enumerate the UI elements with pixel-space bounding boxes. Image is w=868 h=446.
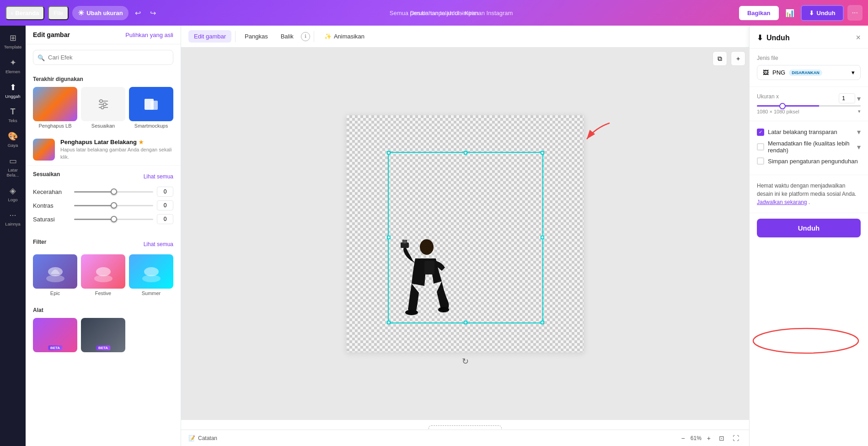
dp-transparent-dropdown[interactable]: ▾ (857, 128, 861, 136)
fullscreen-button[interactable]: ⛶ (730, 434, 742, 443)
handle-tm[interactable] (464, 151, 467, 155)
main-layout: ⊞ Template ✦ Elemen ⬆ Unggah T Teks 🎨 Ga… (0, 26, 868, 446)
dp-ukuran-label: Ukuran x (757, 93, 779, 100)
dp-save-checkbox[interactable] (757, 157, 764, 165)
topbar: ‹ Beranda File ☀ Ubah ukuran ↩ ↪ Semua p… (0, 0, 868, 26)
canvas-frame[interactable] (346, 115, 584, 353)
dp-header: ⬇ Unduh × (750, 26, 868, 48)
filter-festive[interactable]: Festive (81, 254, 125, 296)
pulihkan-button[interactable]: Pulihkan yang asli (125, 32, 173, 38)
sidebar-item-template[interactable]: ⊞ Template (1, 29, 24, 53)
dp-size-info-dropdown[interactable]: ▾ (858, 108, 861, 114)
dp-size-info: 1080 × 1080 piksel ▾ (757, 108, 861, 114)
sidebar-item-unggah[interactable]: ⬆ Unggah (1, 79, 24, 102)
file-label: File (54, 10, 63, 16)
saturasi-slider[interactable] (74, 219, 153, 220)
logo-icon: ◈ (10, 186, 16, 196)
alat-tool1[interactable]: BETA (33, 318, 77, 352)
handle-rm[interactable] (541, 236, 544, 239)
dp-close-button[interactable]: × (856, 33, 861, 43)
filter-summer[interactable]: Summer (129, 254, 173, 296)
latar-label: Latar Bela... (3, 167, 22, 177)
alat-tool2[interactable]: BETA (81, 318, 125, 352)
sesuaikan-lihat-semua[interactable]: Lihat semua (144, 173, 173, 180)
saturasi-value[interactable] (157, 214, 173, 224)
edit-gambar-button[interactable]: Edit gambar (188, 30, 231, 43)
filter-lihat-semua[interactable]: Lihat semua (144, 241, 173, 247)
canvas-icons: ⧉ + (713, 51, 745, 66)
dp-format-select[interactable]: 🖼 PNG DISARANKAN ▾ (757, 65, 861, 80)
svg-point-11 (96, 267, 111, 276)
analytics-button[interactable]: 📊 (782, 6, 797, 20)
search-wrap: 🔍 (33, 50, 173, 65)
gaya-icon: 🎨 (8, 131, 18, 141)
filter-epic-label: Epic (33, 290, 77, 296)
saturasi-row: Saturasi (33, 214, 173, 224)
sidebar-item-logo[interactable]: ◈ Logo (1, 182, 24, 206)
svg-point-22 (753, 328, 858, 353)
zoom-bar-right: − 61% + ⊡ ⛶ (679, 434, 742, 443)
dp-size-slider[interactable] (757, 105, 861, 107)
penghapus-card[interactable]: Penghapus Latar Belakang ★ Hapus latar b… (26, 134, 181, 166)
dp-size-input[interactable] (839, 93, 855, 103)
ubah-ukuran-button[interactable]: ☀ Ubah ukuran (72, 6, 128, 20)
alat-section: Alat BETA BETA (26, 301, 181, 358)
handle-br[interactable] (541, 321, 544, 324)
canvas-copy-button[interactable]: ⧉ (713, 51, 727, 66)
handle-lm[interactable] (387, 236, 391, 239)
sidebar-item-teks[interactable]: T Teks (1, 103, 24, 127)
balik-button[interactable]: Balik (275, 30, 299, 43)
search-input[interactable] (33, 50, 173, 65)
more-top-button[interactable]: ··· (847, 5, 863, 21)
beta-badge-2: BETA (96, 345, 110, 350)
pangkas-button[interactable]: Pangkas (239, 30, 273, 43)
kecerahan-slider[interactable] (74, 191, 153, 193)
sidebar-item-latar[interactable]: ▭ Latar Bela... (1, 152, 24, 181)
dp-transparent-checkbox[interactable]: ✓ (757, 129, 764, 136)
kecerahan-value[interactable] (157, 187, 173, 197)
home-button[interactable]: ‹ Beranda (5, 6, 44, 20)
handle-tl[interactable] (387, 151, 391, 155)
zoom-minus-button[interactable]: − (679, 434, 688, 443)
canvas-content[interactable]: ⧉ + (181, 48, 749, 419)
sidebar-item-gaya[interactable]: 🎨 Gaya (1, 128, 24, 151)
notes-icon: 📝 (188, 435, 195, 441)
sidebar-item-lainnya[interactable]: ··· Lainnya (1, 207, 24, 230)
sesuaikan-title: Sesuaikan (33, 171, 60, 177)
dp-compress-checkbox[interactable] (757, 143, 764, 150)
fit-button[interactable]: ⊡ (716, 434, 727, 443)
dp-compress-dropdown[interactable]: ▾ (857, 143, 861, 151)
dp-schedule-link[interactable]: Jadwalkan sekarang (757, 199, 807, 205)
sidebar-item-elemen[interactable]: ✦ Elemen (1, 54, 24, 78)
kontras-slider[interactable] (74, 205, 153, 206)
teks-label: Teks (8, 118, 17, 123)
effect-penghapus-lb[interactable]: Penghapus LB (33, 87, 77, 129)
rotate-handle[interactable]: ↻ (462, 356, 469, 366)
effect-sesuaikan[interactable]: Sesuaikan (81, 87, 125, 129)
top-toolbar: Edit gambar Pangkas Balik ℹ ✨ Animasikan (181, 26, 749, 48)
info-button[interactable]: ℹ (301, 32, 310, 41)
red-circle-annotation (751, 327, 861, 355)
bagikan-button[interactable]: Bagikan (739, 6, 779, 20)
handle-bl[interactable] (387, 321, 391, 324)
home-label: Beranda (15, 10, 39, 16)
kontras-value[interactable] (157, 200, 173, 210)
dp-title: ⬇ Unduh (757, 33, 790, 42)
effects-grid: Penghapus LB Sesuaikan (33, 87, 173, 129)
filter-epic[interactable]: Epic (33, 254, 77, 296)
undo-button[interactable]: ↩ (132, 7, 144, 19)
dp-size-dropdown[interactable]: ▾ (857, 94, 861, 103)
zoom-plus-button[interactable]: + (704, 434, 713, 443)
effect-smartmockups[interactable]: Smartmockups (129, 87, 173, 129)
unduh-top-button[interactable]: ⬇ Unduh (801, 5, 844, 21)
canvas-add-button[interactable]: + (731, 51, 745, 66)
file-button[interactable]: File (48, 6, 69, 20)
filter-summer-label: Summer (129, 290, 173, 296)
recently-used-section: Terakhir digunakan Penghapus LB (26, 70, 181, 134)
template-icon: ⊞ (10, 33, 16, 43)
dp-slider-row (757, 105, 861, 107)
animasikan-button[interactable]: ✨ Animasikan (318, 30, 371, 43)
handle-tr[interactable] (541, 151, 544, 155)
redo-button[interactable]: ↪ (147, 7, 159, 19)
dp-unduh-button[interactable]: Unduh (757, 219, 861, 237)
